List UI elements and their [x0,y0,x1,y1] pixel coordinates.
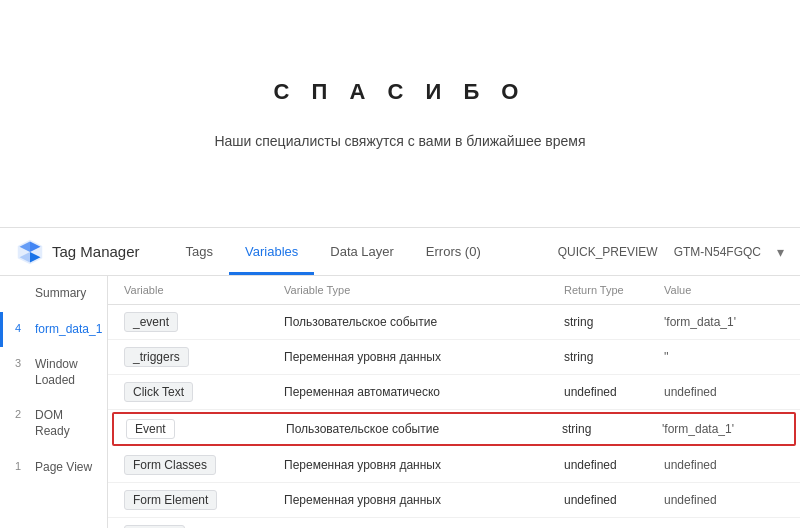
sidebar-item-summary[interactable]: Summary [0,276,107,312]
cell-variable-type: Переменная уровня данных [284,458,564,472]
nav-errors[interactable]: Errors (0) [410,228,497,275]
var-tag: Form Element [124,490,217,510]
cell-return-type: string [562,422,662,436]
thank-you-subtitle: Наши специалисты свяжутся с вами в ближа… [214,133,585,149]
table-row: _triggers Переменная уровня данных strin… [108,340,800,375]
var-tag: Event [126,419,175,439]
header-return-type: Return Type [564,284,664,296]
var-tag: Click Text [124,382,193,402]
variables-table: Variable Variable Type Return Type Value… [108,276,800,528]
table-row: Click Text Переменная автоматическо unde… [108,375,800,410]
cell-return-type: undefined [564,385,664,399]
sidebar-item-form-data[interactable]: 4 form_data_1 [0,312,107,348]
thank-you-section: С П А С И Б О Наши специалисты свяжутся … [0,0,800,228]
header-variable: Variable [124,284,284,296]
table-row: Form ID Переменная уровня данных undefin… [108,518,800,528]
tm-right: QUICK_PREVIEW GTM-N54FGQC ▾ [558,244,784,260]
sidebar-label-window-loaded: Window Loaded [35,357,95,388]
table-row: Form Element Переменная уровня данных un… [108,483,800,518]
tagmanager-icon [16,238,44,266]
cell-variable-type: Переменная автоматическо [284,385,564,399]
cell-variable: Event [126,419,286,439]
cell-variable: _triggers [124,347,284,367]
cell-variable-type: Переменная уровня данных [284,350,564,364]
var-tag: _triggers [124,347,189,367]
sidebar-label-page-view: Page View [35,460,92,476]
table-row: _event Пользовательское событие string '… [108,305,800,340]
nav-variables[interactable]: Variables [229,228,314,275]
cell-value: undefined [664,458,784,472]
cell-variable: Click Text [124,382,284,402]
cell-variable-type: Пользовательское событие [284,315,564,329]
cell-value: 'form_data_1' [664,315,784,329]
header-variable-type: Variable Type [284,284,564,296]
header-value: Value [664,284,784,296]
nav-tags[interactable]: Tags [170,228,229,275]
tm-nav: Tags Variables Data Layer Errors (0) [170,228,497,275]
cell-return-type: string [564,350,664,364]
sidebar-item-dom-ready[interactable]: 2 DOM Ready [0,398,107,449]
sidebar-label-form-data: form_data_1 [35,322,102,338]
tagmanager-bar: Tag Manager Tags Variables Data Layer Er… [0,228,800,276]
tm-logo: Tag Manager [16,238,140,266]
cell-variable: Form Classes [124,455,284,475]
cell-return-type: undefined [564,493,664,507]
table-row: Form Classes Переменная уровня данных un… [108,448,800,483]
cell-value: '' [664,350,784,364]
main-content: Summary 4 form_data_1 3 Window Loaded 2 … [0,276,800,528]
cell-variable-type: Переменная уровня данных [284,493,564,507]
table-header: Variable Variable Type Return Type Value [108,276,800,305]
sidebar-badge-dom-ready: 2 [15,408,29,420]
nav-datalayer[interactable]: Data Layer [314,228,410,275]
sidebar-badge-page-view: 1 [15,460,29,472]
cell-variable: _event [124,312,284,332]
cell-variable: Form Element [124,490,284,510]
sidebar: Summary 4 form_data_1 3 Window Loaded 2 … [0,276,108,528]
sidebar-label-dom-ready: DOM Ready [35,408,95,439]
sidebar-item-window-loaded[interactable]: 3 Window Loaded [0,347,107,398]
gtm-id: GTM-N54FGQC [674,245,761,259]
chevron-down-icon[interactable]: ▾ [777,244,784,260]
cell-return-type: undefined [564,458,664,472]
cell-value: undefined [664,385,784,399]
sidebar-item-page-view[interactable]: 1 Page View [0,450,107,486]
sidebar-badge-form-data: 4 [15,322,29,334]
thank-you-title: С П А С И Б О [274,79,527,105]
cell-variable-type: Пользовательское событие [286,422,562,436]
sidebar-badge-window-loaded: 3 [15,357,29,369]
var-tag: _event [124,312,178,332]
sidebar-label-summary: Summary [35,286,86,302]
quick-preview-badge: QUICK_PREVIEW [558,245,658,259]
tm-logo-text: Tag Manager [52,243,140,260]
table-row-highlighted: Event Пользовательское событие string 'f… [112,412,796,446]
cell-value: 'form_data_1' [662,422,782,436]
var-tag: Form Classes [124,455,216,475]
cell-value: undefined [664,493,784,507]
cell-return-type: string [564,315,664,329]
